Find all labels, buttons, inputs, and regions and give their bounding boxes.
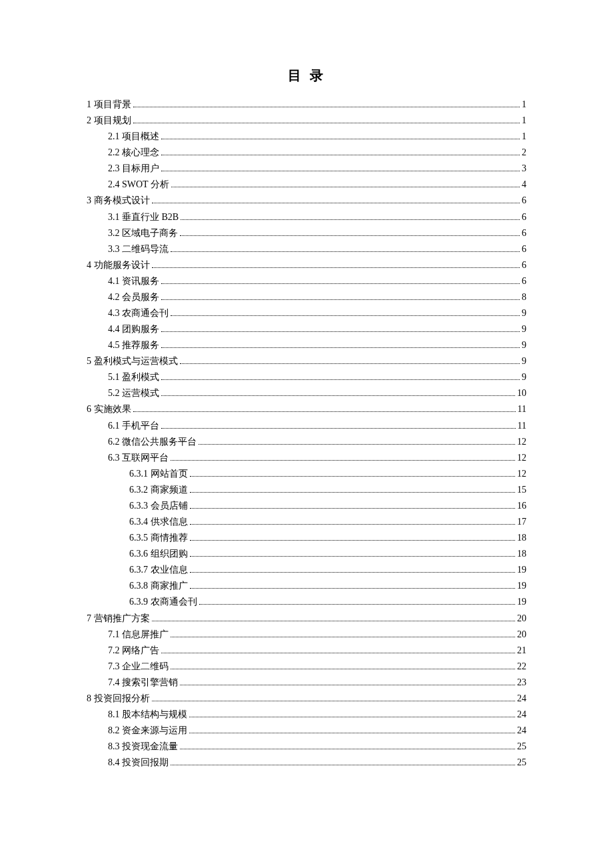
toc-entry-page: 12 xyxy=(517,434,526,450)
toc-entry-page: 21 xyxy=(517,643,526,659)
toc-entry-page: 9 xyxy=(522,305,526,321)
toc-entry-page: 22 xyxy=(517,659,526,675)
toc-entry[interactable]: 2.3 目标用户3 xyxy=(87,161,526,177)
toc-entry-label: 6.3.4 供求信息 xyxy=(129,514,188,530)
toc-entry-page: 9 xyxy=(522,337,526,353)
toc-entry-label: 8.4 投资回报期 xyxy=(108,755,169,771)
toc-entry-label: 4.3 农商通会刊 xyxy=(108,305,169,321)
toc-entry[interactable]: 8.4 投资回报期25 xyxy=(87,755,526,771)
toc-entry-label: 6.3.7 农业信息 xyxy=(129,562,188,578)
toc-entry-page: 11 xyxy=(518,401,526,417)
toc-leader-dots xyxy=(171,251,520,252)
toc-entry[interactable]: 6.3.9 农商通会刊19 xyxy=(87,594,526,610)
toc-entry-label: 6.3.3 会员店铺 xyxy=(129,498,188,514)
toc-entry-page: 3 xyxy=(522,161,526,177)
toc-entry[interactable]: 2.2 核心理念2 xyxy=(87,145,526,161)
toc-entry[interactable]: 5.1 盈利模式9 xyxy=(87,369,526,385)
toc-entry-label: 6 实施效果 xyxy=(87,401,131,417)
toc-entry[interactable]: 5.2 运营模式10 xyxy=(87,385,526,401)
toc-entry[interactable]: 6.3 互联网平台12 xyxy=(87,450,526,466)
toc-entry-label: 4.2 会员服务 xyxy=(108,289,159,305)
toc-leader-dots xyxy=(190,492,516,493)
toc-leader-dots xyxy=(171,669,515,669)
toc-entry-page: 15 xyxy=(517,482,526,498)
toc-entry-label: 6.3.9 农商通会刊 xyxy=(129,594,197,610)
toc-entry-page: 9 xyxy=(522,321,526,337)
toc-entry[interactable]: 6.3.2 商家频道15 xyxy=(87,482,526,498)
toc-entry-label: 7.2 网络广告 xyxy=(108,643,159,659)
toc-entry[interactable]: 4.4 团购服务9 xyxy=(87,321,526,337)
toc-leader-dots xyxy=(190,588,516,589)
toc-entry[interactable]: 6.3.6 组织团购18 xyxy=(87,546,526,562)
toc-leader-dots xyxy=(161,171,520,171)
toc-entry[interactable]: 7 营销推广方案20 xyxy=(87,611,526,627)
toc-leader-dots xyxy=(161,155,520,155)
toc-entry-page: 24 xyxy=(517,707,526,723)
toc-leader-dots xyxy=(152,203,520,203)
toc-entry[interactable]: 1 项目背景1 xyxy=(87,97,526,113)
toc-entry-page: 6 xyxy=(522,209,526,225)
toc-leader-dots xyxy=(171,637,515,637)
toc-entry[interactable]: 5 盈利模式与运营模式9 xyxy=(87,353,526,369)
toc-entry[interactable]: 6 实施效果11 xyxy=(87,401,526,417)
toc-entry[interactable]: 6.2 微信公共服务平台12 xyxy=(87,434,526,450)
toc-entry[interactable]: 4.3 农商通会刊9 xyxy=(87,305,526,321)
toc-leader-dots xyxy=(161,347,520,348)
toc-entry[interactable]: 6.3.1 网站首页12 xyxy=(87,466,526,482)
toc-entry[interactable]: 8.2 资金来源与运用24 xyxy=(87,723,526,739)
toc-entry-page: 17 xyxy=(517,514,526,530)
toc-leader-dots xyxy=(189,733,515,733)
toc-entry[interactable]: 3.1 垂直行业 B2B6 xyxy=(87,209,526,225)
toc-entry[interactable]: 8 投资回报分析24 xyxy=(87,691,526,707)
toc-leader-dots xyxy=(152,701,516,701)
toc-entry[interactable]: 6.3.3 会员店铺16 xyxy=(87,498,526,514)
toc-entry-label: 8.2 资金来源与运用 xyxy=(108,723,187,739)
toc-leader-dots xyxy=(180,685,515,685)
toc-leader-dots xyxy=(133,107,520,107)
toc-entry[interactable]: 7.2 网络广告21 xyxy=(87,643,526,659)
toc-entry-label: 7.4 搜索引擎营销 xyxy=(108,675,178,691)
toc-entry-label: 7 营销推广方案 xyxy=(87,611,150,627)
toc-entry[interactable]: 6.1 手机平台11 xyxy=(87,418,526,434)
toc-entry[interactable]: 4 功能服务设计6 xyxy=(87,257,526,273)
toc-entry-label: 3.3 二维码导流 xyxy=(108,241,169,257)
toc-leader-dots xyxy=(180,749,515,749)
toc-entry[interactable]: 8.3 投资现金流量25 xyxy=(87,739,526,755)
toc-leader-dots xyxy=(180,235,520,236)
toc-entry[interactable]: 7.1 信息屏推广20 xyxy=(87,627,526,643)
toc-entry-page: 25 xyxy=(517,739,526,755)
toc-leader-dots xyxy=(171,315,520,316)
toc-entry-label: 6.1 手机平台 xyxy=(108,418,159,434)
toc-leader-dots xyxy=(161,299,520,300)
toc-entry-page: 20 xyxy=(517,627,526,643)
toc-title: 目 录 xyxy=(87,67,526,85)
toc-entry[interactable]: 3.2 区域电子商务6 xyxy=(87,225,526,241)
toc-entry-label: 2.4 SWOT 分析 xyxy=(108,177,169,193)
toc-entry-label: 5.2 运营模式 xyxy=(108,385,159,401)
toc-entry[interactable]: 2.1 项目概述1 xyxy=(87,129,526,145)
toc-entry[interactable]: 4.1 资讯服务6 xyxy=(87,273,526,289)
toc-entry[interactable]: 7.3 企业二维码22 xyxy=(87,659,526,675)
toc-entry[interactable]: 4.2 会员服务8 xyxy=(87,289,526,305)
toc-entry[interactable]: 2.4 SWOT 分析4 xyxy=(87,177,526,193)
toc-entry-page: 19 xyxy=(517,562,526,578)
toc-entry-label: 1 项目背景 xyxy=(87,97,131,113)
toc-entry-label: 6.2 微信公共服务平台 xyxy=(108,434,197,450)
toc-entry[interactable]: 6.3.5 商情推荐18 xyxy=(87,530,526,546)
toc-list: 1 项目背景12 项目规划12.1 项目概述12.2 核心理念22.3 目标用户… xyxy=(87,97,526,771)
toc-entry-page: 20 xyxy=(517,611,526,627)
toc-leader-dots xyxy=(133,411,516,412)
toc-entry[interactable]: 2 项目规划1 xyxy=(87,113,526,129)
toc-entry[interactable]: 3.3 二维码导流6 xyxy=(87,241,526,257)
toc-entry[interactable]: 6.3.7 农业信息19 xyxy=(87,562,526,578)
toc-leader-dots xyxy=(190,524,516,525)
toc-entry[interactable]: 8.1 股本结构与规模24 xyxy=(87,707,526,723)
toc-entry[interactable]: 6.3.4 供求信息17 xyxy=(87,514,526,530)
toc-entry[interactable]: 4.5 推荐服务9 xyxy=(87,337,526,353)
toc-entry[interactable]: 6.3.8 商家推广19 xyxy=(87,578,526,594)
toc-leader-dots xyxy=(180,363,520,364)
toc-leader-dots xyxy=(181,219,520,220)
toc-entry[interactable]: 3 商务模式设计6 xyxy=(87,193,526,209)
toc-entry[interactable]: 7.4 搜索引擎营销23 xyxy=(87,675,526,691)
toc-leader-dots xyxy=(199,444,515,445)
